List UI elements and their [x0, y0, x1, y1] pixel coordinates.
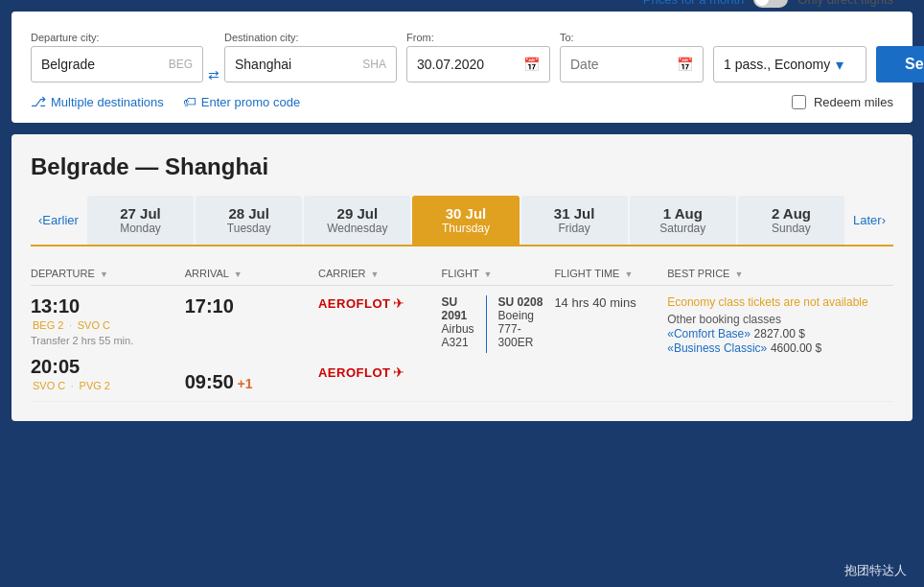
dep-codes-1b: SVO C	[78, 319, 110, 331]
comfort-base-link[interactable]: «Comfort Base»	[667, 327, 751, 340]
prices-for-month-link[interactable]: Prices for a month	[643, 0, 745, 7]
transfer-info-1: Transfer 2 hrs 55 min.	[31, 335, 179, 346]
dep-time-1: 13:10	[31, 295, 80, 317]
flight-time-cell-1: 14 hrs 40 mins	[554, 286, 667, 402]
from-date-input[interactable]	[417, 57, 518, 72]
date-cell-2[interactable]: 29 Jul Wednesday	[304, 196, 410, 245]
redeem-miles-label: Redeem miles	[814, 95, 893, 109]
date-navigation: ‹ Earlier 27 Jul Monday 28 Jul Tuesday 2…	[31, 196, 893, 247]
carrier-logo-1: AEROFLOT ✈	[318, 295, 436, 311]
flight-results-table: DEPARTURE ▼ ARRIVAL ▼ CARRIER ▼ FLIGHT ▼…	[31, 260, 893, 402]
date-weekday-5: Saturday	[635, 222, 730, 235]
date-weekday-0: Monday	[93, 222, 188, 235]
passengers-dropdown-icon[interactable]: ▾	[836, 56, 843, 74]
comfort-base-price: 2827.00 $	[754, 327, 805, 340]
departure-cell-1: 13:10 BEG 2 · SVO C Transfer 2 hrs 55 mi…	[31, 286, 185, 402]
price-unavailable-msg: Economy class tickets are not available	[667, 295, 888, 309]
to-date-input[interactable]	[570, 57, 671, 72]
results-area: Belgrade — Shanghai ‹ Earlier 27 Jul Mon…	[12, 134, 912, 421]
dep-codes-2b: PVG 2	[80, 380, 110, 391]
search-fields-row: Departure city: BEG ⇄ Destination city: …	[31, 29, 893, 82]
destination-city-input-box[interactable]: SHA	[224, 46, 397, 82]
passengers-input-box[interactable]: 1 pass., Economy ▾	[713, 46, 866, 82]
carrier-cell-1: AEROFLOT ✈ AEROFLOT ✈	[318, 286, 442, 402]
earlier-button[interactable]: ‹ Earlier	[31, 196, 86, 245]
to-date-group: To: 📅	[560, 32, 704, 82]
arrival-sort-icon: ▼	[234, 270, 243, 279]
passengers-value: 1 pass., Economy	[724, 57, 830, 72]
col-header-departure[interactable]: DEPARTURE ▼	[31, 260, 185, 286]
redeem-miles-wrapper: Redeem miles	[792, 95, 893, 109]
business-classic-price: 4600.00 $	[771, 341, 821, 355]
date-weekday-1: Tuesday	[201, 222, 296, 235]
redeem-miles-checkbox[interactable]	[792, 95, 806, 109]
from-date-label: From:	[406, 32, 550, 43]
arrival-cell-1: 17:10 09:50 +1	[185, 286, 318, 402]
swap-cities-icon[interactable]: ⇄	[208, 50, 219, 82]
multiple-destinations-button[interactable]: ⎇ Multiple destinations	[31, 94, 164, 109]
passengers-label	[713, 32, 866, 43]
promo-code-button[interactable]: 🏷 Enter promo code	[183, 94, 300, 109]
col-header-flight-time[interactable]: FLIGHT TIME ▼	[554, 260, 667, 286]
aircraft-2: Boeing 777-300ER	[498, 309, 549, 349]
date-cell-5[interactable]: 1 Aug Saturday	[630, 196, 736, 245]
destination-city-code: SHA	[362, 58, 386, 71]
multiple-destinations-icon: ⎇	[31, 94, 46, 109]
next-day-icon-2: +1	[237, 376, 252, 391]
carrier-plane-icon-1: ✈	[393, 295, 404, 311]
flight-connector-divider	[486, 295, 487, 353]
date-cell-1[interactable]: 28 Jul Tuesday	[196, 196, 302, 245]
col-header-arrival[interactable]: ARRIVAL ▼	[185, 260, 318, 286]
date-day-6: 2 Aug	[744, 205, 839, 222]
route-title: Belgrade — Shanghai	[31, 153, 893, 180]
departure-city-code: BEG	[169, 58, 193, 71]
col-header-best-price[interactable]: BEST PRICE ▼	[667, 260, 893, 286]
promo-code-icon: 🏷	[183, 94, 196, 109]
date-cell-4[interactable]: 31 Jul Friday	[521, 196, 628, 245]
passengers-group: 1 pass., Economy ▾	[713, 32, 866, 82]
date-weekday-2: Wednesday	[310, 222, 404, 235]
date-day-0: 27 Jul	[93, 205, 188, 222]
aircraft-1: Airbus A321	[442, 322, 474, 349]
date-day-5: 1 Aug	[635, 205, 730, 222]
results-options: Prices for a month Only direct flights	[643, 0, 893, 8]
watermark: 抱团特达人	[844, 562, 907, 579]
carrier-name-2: AEROFLOT	[318, 365, 391, 380]
arr-time-2: 09:50	[185, 371, 234, 392]
dep-codes-2a: SVO C	[33, 380, 65, 391]
date-weekday-3: Thursday	[418, 222, 513, 235]
direct-flights-toggle[interactable]	[753, 0, 788, 8]
flight-num-1: SU 2091	[442, 295, 474, 322]
search-bar: Prices for a month Only direct flights D…	[12, 12, 912, 123]
date-cell-3[interactable]: 30 Jul Thursday	[412, 196, 519, 245]
from-date-input-box[interactable]: 📅	[406, 46, 550, 82]
flight-num-2: SU 0208	[498, 295, 549, 309]
business-classic-link[interactable]: «Business Classic»	[667, 341, 767, 355]
dep-time-2: 20:05	[31, 356, 80, 377]
departure-city-group: Departure city: BEG	[31, 32, 203, 82]
flight-cell-1: SU 2091 Airbus A321 SU 0208 Boeing 777-3…	[442, 286, 555, 402]
col-header-carrier[interactable]: CARRIER ▼	[318, 260, 442, 286]
col-header-flight[interactable]: FLIGHT ▼	[442, 260, 555, 286]
destination-city-input[interactable]	[235, 57, 357, 72]
table-row[interactable]: 13:10 BEG 2 · SVO C Transfer 2 hrs 55 mi…	[31, 286, 893, 402]
departure-city-input[interactable]	[41, 57, 163, 72]
carrier-sort-icon: ▼	[371, 270, 380, 279]
from-date-calendar-icon[interactable]: 📅	[523, 57, 540, 72]
search-button[interactable]: Search	[876, 46, 924, 82]
date-day-3: 30 Jul	[418, 205, 513, 222]
date-cell-6[interactable]: 2 Aug Sunday	[738, 196, 844, 245]
business-classic-row: «Business Classic» 4600.00 $	[667, 340, 888, 355]
to-date-input-box[interactable]: 📅	[560, 46, 704, 82]
other-classes-label: Other booking classes	[667, 313, 888, 326]
departure-sort-icon: ▼	[100, 270, 108, 279]
date-cell-0[interactable]: 27 Jul Monday	[87, 196, 194, 245]
to-date-calendar-icon[interactable]: 📅	[677, 57, 693, 72]
later-button[interactable]: Later ›	[845, 196, 893, 245]
date-day-2: 29 Jul	[310, 205, 404, 222]
dep-codes-1: BEG 2	[33, 319, 63, 331]
to-date-label: To:	[560, 32, 704, 43]
promo-code-label: Enter promo code	[201, 95, 300, 109]
search-extras-row: ⎇ Multiple destinations 🏷 Enter promo co…	[31, 94, 893, 109]
departure-city-input-box[interactable]: BEG	[31, 46, 203, 82]
